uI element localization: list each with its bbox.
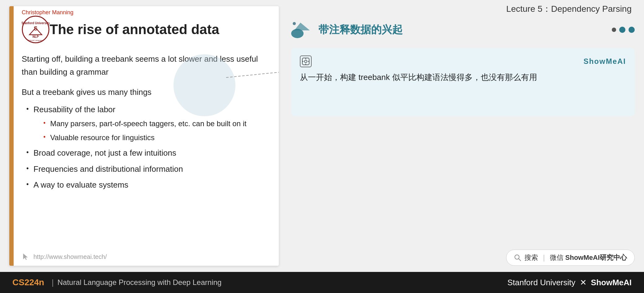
svg-marker-9 bbox=[294, 23, 310, 30]
card-chinese-title: 带注释数据的兴起 bbox=[318, 23, 403, 37]
bullet-list: Reusability of the labor Many parsers, p… bbox=[22, 103, 263, 192]
card-header: 带注释数据的兴起 bbox=[291, 21, 635, 38]
svg-text:Stanford University: Stanford University bbox=[22, 21, 50, 25]
annotation-text: 从一开始，构建 treebank 似平比构建语法慢得多，也没有那么有用 bbox=[300, 70, 626, 84]
university-name: Stanford University bbox=[507, 278, 576, 287]
bottom-bar: CS224n | Natural Language Processing wit… bbox=[0, 272, 644, 293]
bullet-item-3: A way to evaluate systems bbox=[25, 179, 263, 192]
card-shape-icon bbox=[291, 21, 313, 38]
svg-text:NLP: NLP bbox=[33, 35, 39, 38]
annotation-header: ShowMeAI bbox=[300, 55, 626, 67]
svg-point-12 bbox=[304, 60, 307, 63]
nav-dot-inactive[interactable] bbox=[612, 28, 616, 32]
svg-text:S: S bbox=[34, 25, 37, 32]
search-icon bbox=[514, 254, 521, 261]
stanford-logo: Stanford University S NLP Natural Langua… bbox=[22, 16, 50, 43]
cursor-icon bbox=[22, 252, 30, 261]
slide-header: Stanford University S NLP Natural Langua… bbox=[22, 16, 263, 43]
footer-url: http://www.showmeai.tech/ bbox=[33, 253, 107, 260]
sub-bullet-0-0: Many parsers, part-of-speech taggers, et… bbox=[43, 118, 263, 130]
x-separator: ✕ bbox=[580, 278, 587, 287]
showmeai-bottom: ShowMeAI bbox=[591, 278, 632, 287]
bullet-item-1: Broad coverage, not just a few intuition… bbox=[25, 147, 263, 160]
course-subtitle: Natural Language Processing with Deep Le… bbox=[57, 278, 221, 287]
nav-dot-active-2[interactable] bbox=[629, 27, 635, 33]
right-panel: Lecture 5：Dependency Parsing 带注释数据的兴起 bbox=[285, 0, 644, 272]
bullet-item-0: Reusability of the labor Many parsers, p… bbox=[25, 103, 263, 144]
annotation-box: ShowMeAI 从一开始，构建 treebank 似平比构建语法慢得多，也没有… bbox=[291, 48, 635, 116]
nav-dots bbox=[612, 27, 635, 33]
sub-bullet-list-0: Many parsers, part-of-speech taggers, et… bbox=[33, 118, 263, 144]
svg-line-6 bbox=[226, 71, 279, 78]
bottom-right: Stanford University ✕ ShowMeAI bbox=[507, 278, 632, 287]
lecture-title: Lecture 5：Dependency Parsing bbox=[291, 3, 635, 15]
dashed-arrow bbox=[226, 65, 279, 90]
course-code: CS224n bbox=[12, 277, 44, 287]
slide-title: The rise of annotated data bbox=[50, 21, 219, 38]
main-content: Christopher Manning Stanford University … bbox=[0, 0, 644, 272]
ai-icon bbox=[300, 55, 312, 67]
author-name: Christopher Manning bbox=[22, 9, 73, 16]
svg-point-10 bbox=[293, 22, 296, 25]
nav-dot-active-1[interactable] bbox=[619, 27, 625, 33]
svg-line-18 bbox=[519, 259, 521, 261]
slide-content: Christopher Manning Stanford University … bbox=[9, 6, 279, 248]
svg-text:Natural Language: Natural Language bbox=[28, 39, 43, 41]
search-label: 搜索｜微信 ShowMeAI研究中心 bbox=[524, 253, 627, 262]
bottom-separator: | bbox=[52, 278, 54, 287]
slide-footer: http://www.showmeai.tech/ bbox=[9, 248, 279, 266]
slide-panel: Christopher Manning Stanford University … bbox=[9, 6, 279, 266]
sub-bullet-0-1: Valuable resource for linguistics bbox=[43, 132, 263, 144]
bullet-item-2: Frequencies and distributional informati… bbox=[25, 163, 263, 176]
showmeai-brand: ShowMeAI bbox=[584, 57, 626, 66]
bottom-left: CS224n | Natural Language Processing wit… bbox=[12, 277, 221, 287]
search-bar[interactable]: 搜索｜微信 ShowMeAI研究中心 bbox=[506, 250, 635, 266]
search-bar-container: 搜索｜微信 ShowMeAI研究中心 bbox=[291, 240, 635, 269]
